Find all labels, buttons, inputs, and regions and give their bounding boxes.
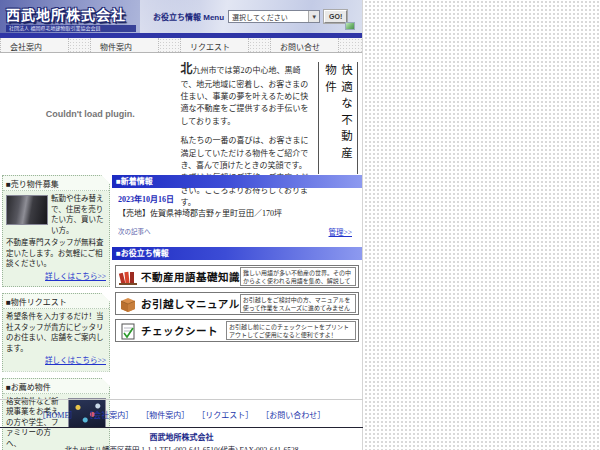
logo-subtitle: 社団法人 福岡県宅地建物取引業協会会員: [6, 25, 136, 32]
sidebar-recommend-title: ■お薦め物件: [3, 379, 109, 394]
useful-info-menu: お役立ち情報 Menu 選択してください ▼ GO!: [153, 10, 347, 23]
news-body: 2023年10月16日 【売地】佐賀県神埼郡吉野ヶ里町豆田／170坪 次の記事へ…: [112, 188, 362, 241]
footer-address: 北九州市八幡西区藤田 1-1-1 TEL:093-641-6510(代表) FA…: [0, 444, 363, 450]
news-section-header: ■新着情報: [112, 175, 362, 188]
sell-property-photo: [6, 195, 48, 225]
footer-nav: ［HOME］ ［会社案内］ ［物件案内］ ［リクエスト］ ［お問い合わせ］: [0, 399, 363, 425]
glossary-title: 不動産用語基礎知識: [141, 269, 240, 284]
news-entry[interactable]: 【売地】佐賀県神埼郡吉野ヶ里町豆田／170坪: [118, 207, 358, 218]
nav-separator: [248, 38, 270, 52]
flash-plugin-placeholder: Couldn't load plugin.: [0, 56, 181, 172]
moving-box-icon: [118, 295, 138, 313]
nav-tab-company[interactable]: 会社案内: [0, 38, 68, 52]
checksheet-icon: [118, 322, 138, 340]
sidebar-section-sell: ■売り物件募集 転勤や住み替えで、住居を売りたい方、買いたい方。 不動産専門スタ…: [2, 175, 110, 287]
nav-separator: [158, 38, 180, 52]
nav-tab-properties[interactable]: 物件案内: [90, 38, 158, 52]
sidebar-sell-title: ■売り物件募集: [3, 176, 109, 191]
intro-text: 北九州市では第2の中心地、黒崎で、地元地域に密着し、お客さまの住まい、事業の夢を…: [181, 56, 312, 175]
sell-caption: 転勤や住み替えで、住居を売りたい方、買いたい方。: [51, 194, 104, 235]
manual-desc: お引越しをご検討中の方、マニュアルを使って作業をスムーズに進めてみませんか？: [240, 294, 356, 313]
footer-divider: [0, 427, 363, 428]
sidebar-section-request: ■物件リクエスト 希望条件を入力するだけ！当社スタッフが貴方にピッタリのお住まい…: [2, 293, 110, 372]
request-more-link[interactable]: 詳しくはこちら>>: [45, 356, 106, 365]
select-value: 選択してください: [232, 12, 288, 22]
company-logo[interactable]: 西武地所株式会社 社団法人 福岡県宅地建物取引業協会会員: [6, 4, 136, 32]
chevron-down-icon: ▼: [308, 11, 319, 22]
nav-separator: [338, 38, 362, 52]
plugin-error-message: Couldn't load plugin.: [46, 109, 135, 119]
vertical-catchphrase: 快適な不動産物件: [318, 62, 358, 174]
useful-info-header: ■お役立ち情報: [112, 247, 362, 260]
checksheet-title: チェックシート: [141, 323, 218, 338]
page-content: 西武地所株式会社 社団法人 福岡県宅地建物取引業協会会員 お役立ち情報 Menu…: [0, 0, 363, 450]
footer: ［HOME］ ［会社案内］ ［物件案内］ ［リクエスト］ ［お問い合わせ］ 西武…: [0, 399, 363, 450]
request-description: 希望条件を入力するだけ！当社スタッフが貴方にピッタリのお住まい、店舗をご案内しま…: [6, 312, 106, 354]
footer-link-contact[interactable]: ［お問い合わせ］: [261, 411, 325, 420]
main-nav: 会社案内 物件案内 リクエスト お問い合せ: [0, 38, 362, 53]
footer-link-company[interactable]: ［会社案内］: [85, 411, 133, 420]
nav-tab-request[interactable]: リクエスト: [180, 38, 248, 52]
sidebar-request-title: ■物件リクエスト: [3, 294, 109, 309]
dropcap: 北: [181, 62, 193, 76]
footer-link-properties[interactable]: ［物件案内］: [141, 411, 189, 420]
next-article-link[interactable]: 次の記事へ: [118, 226, 151, 237]
go-button[interactable]: GO!: [324, 10, 347, 23]
header-decor-icon: [345, 22, 355, 30]
sell-description: 不動産専門スタッフが無料査定いたします。お気軽にご相談ください。: [6, 238, 106, 270]
sidebar-request-body: 希望条件を入力するだけ！当社スタッフが貴方にピッタリのお住まい、店舗をご案内しま…: [3, 309, 109, 371]
books-icon: [118, 268, 138, 286]
intro-paragraph-1: 北九州市では第2の中心地、黒崎で、地元地域に密着し、お客さまの住まい、事業の夢を…: [181, 60, 312, 128]
useful-info-item-glossary[interactable]: 不動産用語基礎知識 難しい用語が多い不動産の世界。その中からよく使われる用語を集…: [115, 265, 359, 288]
site-header: 西武地所株式会社 社団法人 福岡県宅地建物取引業協会会員 お役立ち情報 Menu…: [0, 0, 362, 33]
footer-company-name: 西武地所株式会社: [0, 431, 363, 442]
glossary-desc: 難しい用語が多い不動産の世界。その中からよく使われる用語を集め、解説しています。: [240, 267, 356, 286]
menu-label: お役立ち情報 Menu: [153, 11, 224, 22]
useful-info-item-checksheet[interactable]: チェックシート お引越し前にこのチェックシートをプリントアウトしてご使用になると…: [115, 319, 359, 342]
nav-tab-contact[interactable]: お問い合せ: [270, 38, 338, 52]
useful-info-item-manual[interactable]: お引越しマニュアル お引越しをご検討中の方、マニュアルを使って作業をスムーズに進…: [115, 292, 359, 315]
news-date: 2023年10月16日: [118, 193, 358, 204]
news-manage-link[interactable]: 管理>>: [329, 226, 352, 237]
useful-info-section: ■お役立ち情報 不動産用語基礎知識 難しい用語が多い不動産の世界。その中からよく…: [112, 247, 362, 342]
nav-separator: [68, 38, 90, 52]
useful-info-select[interactable]: 選択してください ▼: [228, 10, 320, 23]
news-section: ■新着情報 2023年10月16日 【売地】佐賀県神埼郡吉野ヶ里町豆田／170坪…: [112, 175, 362, 241]
sell-more-link[interactable]: 詳しくはこちら>>: [45, 272, 106, 281]
footer-link-request[interactable]: ［リクエスト］: [197, 411, 253, 420]
intro-section: Couldn't load plugin. 北九州市では第2の中心地、黒崎で、地…: [0, 53, 362, 175]
logo-title: 西武地所株式会社: [6, 4, 136, 24]
sidebar-sell-body: 転勤や住み替えで、住居を売りたい方、買いたい方。 不動産専門スタッフが無料査定い…: [3, 191, 109, 286]
checksheet-desc: お引越し前にこのチェックシートをプリントアウトしてご使用になると便利ですよ！: [226, 321, 356, 340]
main-column: ■新着情報 2023年10月16日 【売地】佐賀県神埼郡吉野ヶ里町豆田／170坪…: [112, 175, 362, 346]
footer-link-home[interactable]: ［HOME］: [38, 411, 78, 420]
manual-title: お引越しマニュアル: [141, 296, 240, 311]
